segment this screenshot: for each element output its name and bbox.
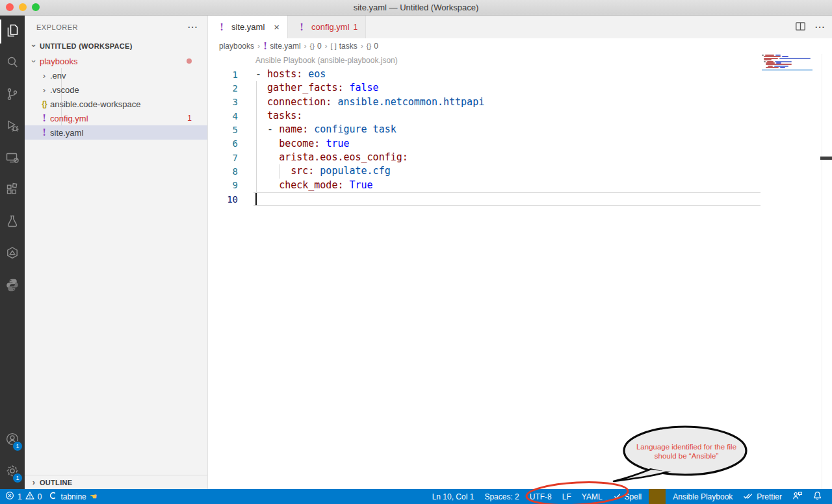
status-label: Spaces: 2 <box>484 492 519 501</box>
settings-button[interactable]: 1 <box>0 456 25 488</box>
ansible-file-icon: ! <box>216 23 228 32</box>
symbol-icon: {} <box>310 42 315 50</box>
status-ansible-playbook[interactable]: Ansible Playbook <box>668 489 738 504</box>
explorer-sidebar: EXPLORER ⋯ › UNTITLED (WORKSPACE) ›playb… <box>25 16 208 489</box>
problem-count-badge: 1 <box>187 114 192 123</box>
breadcrumb-item[interactable]: [ ]tasks <box>331 42 358 51</box>
status-end-of-line[interactable]: LF <box>557 489 577 504</box>
ansible-file-icon: ! <box>38 128 50 137</box>
source-control-button[interactable] <box>0 79 25 111</box>
breadcrumb-label: 0 <box>317 42 322 51</box>
line-number: 6 <box>208 138 238 149</box>
overview-ruler <box>822 54 822 489</box>
minimize-window-button[interactable] <box>19 3 27 11</box>
testing-button[interactable] <box>0 207 25 238</box>
status-cursor-position[interactable]: Ln 10, Col 1 <box>427 489 480 504</box>
tree-item-label: playbooks <box>40 57 78 66</box>
tab-config-yml[interactable]: !config.yml1 <box>288 16 366 38</box>
tree-item-config-yml[interactable]: !config.yml1 <box>25 111 207 125</box>
line-content: src: populate.cfg <box>255 164 391 178</box>
breadcrumb-item[interactable]: !site.yaml <box>263 42 301 51</box>
tree-item-playbooks[interactable]: ›playbooks <box>25 54 207 68</box>
extensions-button[interactable] <box>0 175 25 207</box>
run-debug-button[interactable] <box>0 111 25 143</box>
workspace-section-header[interactable]: › UNTITLED (WORKSPACE) <box>25 38 207 53</box>
breadcrumb-label: site.yaml <box>270 42 300 51</box>
code-line-5[interactable]: 5 - name: configure task <box>208 123 762 136</box>
line-number: 9 <box>208 180 238 190</box>
code-line-10[interactable]: 10 <box>208 192 762 206</box>
code-line-3[interactable]: 3 connection: ansible.netcommon.httpapi <box>208 95 762 109</box>
code-line-1[interactable]: 1- hosts: eos <box>208 68 762 81</box>
tabnine-label: tabnine <box>60 492 86 501</box>
breadcrumb-item[interactable]: {}0 <box>367 42 378 51</box>
python-button[interactable] <box>0 270 25 302</box>
file-tree: ›playbooks›.env›.vscode{}ansible.code-wo… <box>25 54 207 140</box>
tabnine-logo-icon <box>49 492 57 501</box>
status-notifications[interactable] <box>808 489 827 504</box>
line-number: 3 <box>208 97 238 107</box>
breadcrumb-item[interactable]: {}0 <box>310 42 322 51</box>
tab-site-yaml[interactable]: !site.yaml× <box>208 16 288 38</box>
explorer-more-actions-icon[interactable]: ⋯ <box>187 21 198 33</box>
status-prettier[interactable]: Prettier <box>738 489 787 504</box>
search-icon <box>5 55 20 73</box>
chevron-down-icon: › <box>28 57 40 66</box>
person-feedback-icon <box>792 491 803 502</box>
close-window-button[interactable] <box>6 3 14 11</box>
line-content: check_mode: True <box>255 179 373 192</box>
tree-item-ansible-code-workspace[interactable]: {}ansible.code-workspace <box>25 97 207 111</box>
schema-codelens-link[interactable]: Ansible Playbook (ansible-playbook.json) <box>255 56 398 65</box>
tree-item--vscode[interactable]: ›.vscode <box>25 82 207 97</box>
minimap[interactable] <box>762 55 812 69</box>
window-title: site.yaml — Untitled (Workspace) <box>0 0 832 15</box>
code-line-4[interactable]: 4 tasks: <box>208 109 762 123</box>
line-number: 8 <box>208 166 238 177</box>
status-label: UTF-8 <box>530 492 552 501</box>
status-feedback[interactable] <box>787 489 808 504</box>
tab-problem-badge: 1 <box>354 23 358 32</box>
warning-count: 0 <box>38 492 42 501</box>
chevron-right-icon: › <box>32 478 36 486</box>
breadcrumb-label: playbooks <box>219 42 254 51</box>
status-language-mode[interactable]: YAML <box>577 489 608 504</box>
hexagon-extension-button[interactable] <box>0 238 25 270</box>
breadcrumb-separator-icon: › <box>325 42 328 51</box>
ansible-file-icon: ! <box>38 114 50 123</box>
tabnine-status[interactable]: tabnine ☚ <box>49 489 97 504</box>
problems-status[interactable]: 1 0 <box>5 489 42 504</box>
line-content: become: true <box>255 137 350 151</box>
explorer-button[interactable] <box>0 16 25 47</box>
code-line-8[interactable]: 8 src: populate.cfg <box>208 164 762 178</box>
line-number: 4 <box>208 111 238 121</box>
warning-triangle-icon <box>25 491 34 502</box>
status-spell-checker[interactable]: Spell <box>608 489 647 504</box>
breadcrumb-item[interactable]: playbooks <box>219 42 254 51</box>
editor-more-actions-icon[interactable]: ⋯ <box>814 21 826 33</box>
accounts-button[interactable]: 1 <box>0 424 25 456</box>
zoom-window-button[interactable] <box>32 3 40 11</box>
code-editor[interactable]: Ansible Playbook (ansible-playbook.json)… <box>208 54 832 489</box>
tree-item-site-yaml[interactable]: !site.yaml <box>25 125 207 140</box>
code-line-7[interactable]: 7 arista.eos.eos_config: <box>208 151 762 164</box>
search-button[interactable] <box>0 47 25 79</box>
pointing-hand-icon: ☚ <box>90 492 98 501</box>
minimap-current-line-highlight <box>762 69 812 71</box>
status-encoding[interactable]: UTF-8 <box>525 489 557 504</box>
error-circle-icon <box>5 491 14 502</box>
line-number: 1 <box>208 69 238 80</box>
remote-explorer-button[interactable] <box>0 143 25 175</box>
split-editor-icon[interactable] <box>796 21 805 33</box>
code-line-2[interactable]: 2 gather_facts: false <box>208 81 762 95</box>
outline-section-header[interactable]: › OUTLINE <box>25 475 207 489</box>
tab-label: config.yml <box>311 22 350 32</box>
status-indentation[interactable]: Spaces: 2 <box>479 489 524 504</box>
code-line-9[interactable]: 9 check_mode: True <box>208 179 762 192</box>
status-label: Ansible Playbook <box>673 492 733 501</box>
breadcrumb-separator-icon: › <box>361 42 363 51</box>
code-line-6[interactable]: 6 become: true <box>208 137 762 151</box>
tree-item--env[interactable]: ›.env <box>25 68 207 82</box>
close-icon[interactable]: × <box>274 21 280 32</box>
tree-item-label: .vscode <box>50 85 79 95</box>
tree-item-label: site.yaml <box>50 128 83 138</box>
